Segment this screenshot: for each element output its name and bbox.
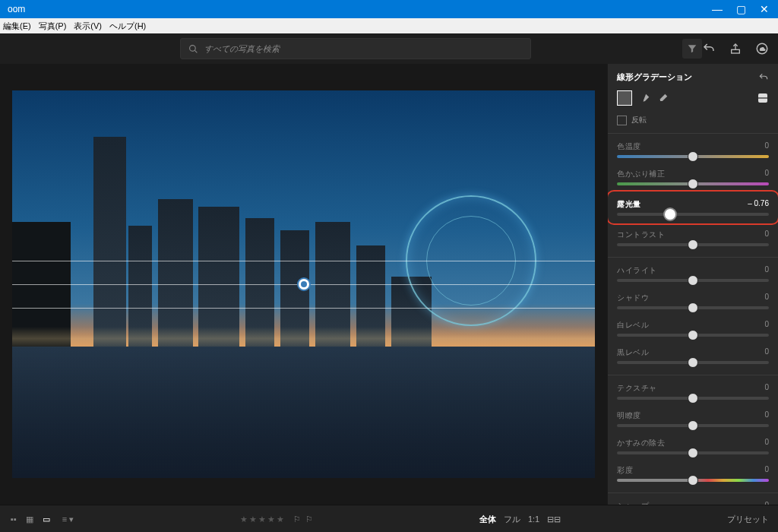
eraser-tool[interactable] (658, 93, 669, 103)
menu-photo[interactable]: 写真(P) (39, 21, 67, 32)
flag-pick[interactable]: ⚐ (293, 515, 301, 524)
menu-view[interactable]: 表示(V) (74, 21, 102, 32)
window-maximize-button[interactable]: ▢ (736, 3, 746, 15)
svg-line-1 (194, 50, 197, 52)
menu-edit[interactable]: 編集(E) (3, 21, 31, 32)
window-close-button[interactable]: ✕ (760, 3, 769, 15)
invert-checkbox[interactable] (617, 116, 627, 125)
flag-reject[interactable]: ⚐ (305, 515, 313, 524)
slider-blacks[interactable]: 黒レベル0 (617, 347, 769, 364)
rating-stars[interactable]: ★★★★★ (240, 515, 284, 524)
search-placeholder: すべての写真を検索 (204, 43, 280, 55)
view-grid-large[interactable]: ▦ (24, 513, 35, 526)
slider-shadows[interactable]: シャドウ0 (617, 293, 769, 309)
slider-clarity[interactable]: 明瞭度0 (617, 410, 769, 427)
menu-help[interactable]: ヘルプ(H) (109, 21, 146, 32)
zoom-slider[interactable]: ⊟⊟ (547, 515, 561, 524)
filter-icon (687, 43, 697, 54)
mask-overlay-toggle[interactable] (757, 92, 769, 104)
undo-icon (702, 42, 716, 55)
zoom-fit[interactable]: 全体 (479, 514, 496, 525)
slider-sharpen[interactable]: シャープ0 (617, 501, 769, 505)
brush-tool[interactable] (640, 93, 650, 103)
slider-whites[interactable]: 白レベル0 (617, 320, 769, 337)
slider-saturation[interactable]: 彩度0 (617, 465, 769, 482)
window-titlebar: oom — ▢ ✕ (0, 0, 778, 18)
slider-tint[interactable]: 色かぶり補正0 (617, 169, 769, 185)
slider-temp[interactable]: 色温度0 (617, 141, 769, 158)
gradient-line-bottom[interactable] (12, 308, 595, 309)
zoom-1to1[interactable]: 1:1 (528, 515, 539, 524)
view-single[interactable]: ▭ (41, 513, 52, 526)
cloud-icon (755, 42, 769, 55)
window-minimize-button[interactable]: — (712, 3, 723, 15)
app-menubar: 編集(E) 写真(P) 表示(V) ヘルプ(H) (0, 18, 778, 33)
gradient-line-top[interactable] (12, 261, 595, 261)
invert-label: 反転 (631, 115, 647, 125)
view-grid-small[interactable]: ▪▪ (9, 513, 18, 526)
photo-preview (12, 90, 595, 478)
image-canvas[interactable] (0, 64, 607, 505)
gradient-pin[interactable] (297, 277, 311, 291)
slider-texture[interactable]: テクスチャ0 (617, 383, 769, 400)
share-icon (729, 43, 742, 55)
preset-button[interactable]: プリセット (727, 514, 769, 525)
search-input[interactable]: すべての写真を検索 (180, 38, 531, 59)
filter-button[interactable] (682, 39, 702, 59)
svg-point-0 (190, 45, 196, 51)
share-button[interactable] (729, 43, 742, 55)
search-icon (188, 44, 198, 54)
sort-menu[interactable]: ≡ ▾ (62, 515, 74, 524)
slider-highlights[interactable]: ハイライト0 (617, 265, 769, 282)
window-title: oom (3, 4, 25, 14)
top-toolbar: すべての写真を検索 (0, 33, 778, 64)
bottom-toolbar: ▪▪ ▦ ▭ ≡ ▾ ★★★★★ ⚐ ⚐ 全体 フル 1:1 ⊟⊟ プリセット (0, 505, 778, 532)
reset-icon[interactable] (758, 72, 769, 83)
edit-panel: 線形グラデーション 反転 色温度0 色かぶり補正0 露光量– 0.76 コント (607, 64, 778, 505)
undo-button[interactable] (702, 42, 716, 55)
mask-rect-tool[interactable] (617, 90, 632, 106)
slider-dehaze[interactable]: かすみの除去0 (617, 438, 769, 454)
slider-contrast[interactable]: コントラスト0 (617, 230, 769, 246)
zoom-fill[interactable]: フル (504, 514, 520, 525)
svg-rect-2 (732, 49, 740, 53)
slider-exposure[interactable]: 露光量– 0.76 (612, 196, 773, 219)
panel-title: 線形グラデーション (617, 71, 692, 83)
cloud-button[interactable] (755, 42, 769, 55)
invert-row[interactable]: 反転 (617, 115, 769, 125)
